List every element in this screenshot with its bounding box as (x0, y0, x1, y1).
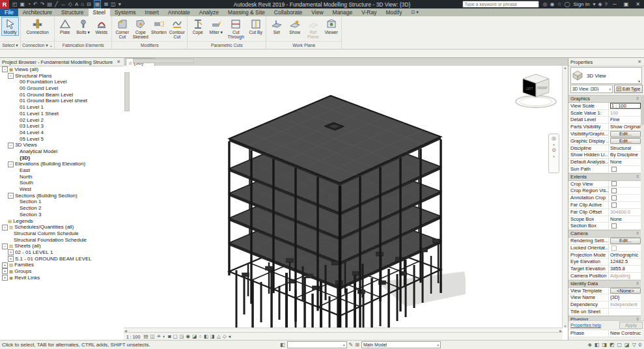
favorites-icon[interactable]: ☆ (557, 1, 561, 7)
tree-item-03-level-3[interactable]: 03 Level 3 (0, 123, 124, 130)
collapse-icon[interactable]: − (8, 143, 14, 148)
properties-section-extents[interactable]: Extents≡ (568, 173, 641, 181)
full-navigation-wheel-icon[interactable]: ◎ (552, 136, 556, 141)
tree-item-00-foundation-level[interactable]: 00 Foundation Level (0, 79, 124, 85)
property-value[interactable]: None (608, 216, 641, 223)
render-icon[interactable]: ◙ (168, 333, 171, 340)
zoom-icon[interactable]: ⊙ (552, 148, 556, 153)
tree-item-structural-column-schedule[interactable]: Structural Column Schedule (0, 230, 124, 237)
select-by-face-icon[interactable]: ◩ (609, 342, 615, 348)
exclude-options-icon[interactable]: ◪ (624, 342, 630, 348)
detail-level-icon[interactable]: ▤ (143, 333, 148, 340)
print-icon[interactable]: ▤ (47, 1, 52, 8)
temporary-hide-isolate-icon[interactable]: ◪ (192, 333, 197, 340)
vertical-scroll-thumb[interactable] (124, 72, 130, 111)
ribbon-button-bolts[interactable]: Bolts ▾ (74, 17, 92, 36)
ribbon-button-cut-by[interactable]: Cut By (247, 17, 264, 36)
section-icon[interactable]: ⊟ (87, 1, 91, 8)
tree-item-01-level-1-sheet[interactable]: 01 Level 1 Sheet (0, 111, 124, 117)
property-value[interactable] (608, 188, 641, 194)
property-checkbox[interactable] (611, 202, 617, 208)
tree-item-families[interactable]: +▨Families (0, 262, 124, 268)
tree-item-01-ground-beam-level[interactable]: 01 Ground Beam Level (0, 92, 124, 98)
property-value[interactable]: New Construction (608, 330, 641, 337)
hide-analytical-model-icon[interactable]: △ (217, 333, 221, 340)
ribbon-button-cope[interactable]: Cope (189, 17, 206, 36)
property-checkbox[interactable] (611, 167, 617, 172)
properties-section-camera[interactable]: Camera≡ (568, 230, 641, 238)
expand-icon[interactable]: + (8, 249, 14, 255)
close-icon[interactable]: ✕ (636, 59, 643, 64)
active-workset-dropdown[interactable]: ▾ (287, 341, 347, 348)
tab-v-ray[interactable]: V-Ray (357, 8, 381, 16)
tab-systems[interactable]: Systems (110, 8, 141, 16)
redo-icon[interactable]: ↷ (40, 1, 45, 8)
property-value[interactable]: Edit... (608, 131, 641, 137)
tree-item-structural-plans[interactable]: −Structural Plans (0, 73, 124, 79)
tab-structure[interactable]: Structure (57, 8, 89, 16)
horizontal-scroll-thumb[interactable] (133, 59, 194, 63)
user-icon[interactable]: ◯ (565, 1, 570, 7)
properties-scrollbar[interactable] (641, 95, 644, 328)
worksets-icon[interactable]: ◧ (280, 342, 285, 348)
edit-type-button[interactable]: Edit Type (614, 85, 643, 93)
ribbon-panel-label-parametric-cuts[interactable]: Parametric Cuts (188, 41, 266, 49)
tree-item-revit-links[interactable]: +▣Revit Links (0, 275, 124, 281)
property-value[interactable] (608, 202, 641, 208)
property-value[interactable]: 304800.0 (608, 209, 641, 216)
select-pinned-icon[interactable]: ◨ (602, 342, 607, 348)
tree-item-east[interactable]: East (0, 167, 124, 174)
undo-icon[interactable]: ↶ (33, 1, 38, 8)
ribbon-button-plate[interactable]: Plate (56, 17, 74, 36)
tree-item-02-01-level-1[interactable]: +02 - 01 LEVEL 1 (0, 249, 124, 256)
navigation-bar[interactable]: ◎▾⊙▾ (548, 133, 559, 173)
property-value[interactable]: Fine (608, 117, 641, 123)
property-value[interactable]: By Discipline (608, 152, 641, 158)
tree-item-section-2[interactable]: Section 2 (0, 205, 124, 212)
tree-item-05-level-5[interactable]: 05 Level 5 (0, 136, 124, 143)
worksharing-display-icon[interactable]: ◧ (204, 333, 208, 340)
tree-item-schedules-quantities-all[interactable]: −▥Schedules/Quantities (all) (0, 224, 124, 230)
tree-item-04-level-4[interactable]: 04 Level 4 (0, 130, 124, 136)
default-3d-view-icon[interactable]: ⌂ (81, 1, 84, 8)
property-value[interactable] (608, 181, 641, 188)
ribbon-button-ref-plane[interactable]: Ref Plane (304, 17, 322, 40)
ribbon-button-modify[interactable]: Modify (1, 17, 19, 36)
save-icon[interactable]: ▣ (20, 1, 25, 8)
close-hidden-windows-icon[interactable]: ⊠ (104, 1, 108, 8)
ribbon-panel-label-fabrication-elements[interactable]: Fabrication Elements (55, 41, 111, 49)
show-crop-region-icon[interactable]: ◳ (180, 333, 184, 340)
tree-item-section-1[interactable]: Section 1 (0, 199, 124, 205)
tab-massing-site[interactable]: Massing & Site (223, 8, 270, 16)
property-checkbox[interactable] (611, 188, 617, 193)
property-value[interactable]: Structural (608, 145, 641, 152)
vertical-scrollbar[interactable]: ▲ ▼ (562, 66, 568, 328)
collapse-icon[interactable]: − (8, 193, 14, 199)
property-value[interactable]: Show Original (608, 124, 641, 130)
measure-icon[interactable]: ╱ (55, 1, 58, 8)
tab-steel[interactable]: Steel (89, 8, 110, 16)
close-icon[interactable]: ✕ (115, 59, 122, 64)
property-checkbox[interactable] (611, 223, 617, 229)
lock-3d-view-icon[interactable]: ◉ (186, 333, 191, 340)
property-value[interactable]: Edit... (608, 238, 641, 244)
tree-item-section-3[interactable]: Section 3 (0, 212, 124, 218)
customize-qat-icon[interactable]: ▾ (119, 1, 121, 8)
tree-item-structural-foundation-schedule[interactable]: Structural Foundation Schedule (0, 237, 124, 244)
a360-icon[interactable]: ◉ (550, 1, 554, 7)
tree-item-groups[interactable]: +▩Groups (0, 268, 124, 275)
close-button[interactable]: ✕ (634, 1, 642, 7)
temporary-view-properties-icon[interactable]: ◨ (210, 333, 215, 340)
tab-insert[interactable]: Insert (141, 8, 163, 16)
property-value[interactable] (608, 195, 641, 201)
minimize-button[interactable]: ─ (611, 1, 619, 7)
expand-icon[interactable]: + (8, 256, 14, 262)
property-value[interactable]: None (608, 159, 641, 165)
ribbon-panel-label-modifiers[interactable]: Modifiers (112, 41, 187, 49)
model-viewport[interactable]: LEFT FRONT ◎▾⊙▾ (124, 66, 563, 328)
property-edit-button[interactable]: Edit... (610, 138, 641, 145)
ribbon-panel-label-work-plane[interactable]: Work Plane (266, 41, 341, 49)
sun-settings-icon[interactable]: ☀ (157, 333, 161, 340)
property-value[interactable]: 100 (608, 110, 641, 117)
tab-modify[interactable]: Modify (381, 8, 406, 16)
